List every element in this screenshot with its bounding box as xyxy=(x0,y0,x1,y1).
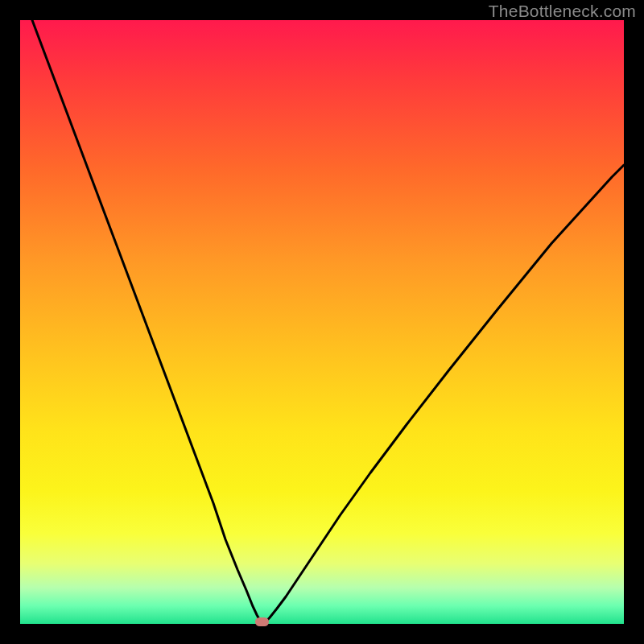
chart-frame: TheBottleneck.com xyxy=(0,0,644,644)
watermark-text: TheBottleneck.com xyxy=(489,2,636,21)
bottleneck-curve xyxy=(20,20,624,624)
minimum-marker xyxy=(255,617,269,626)
plot-area xyxy=(20,20,624,624)
